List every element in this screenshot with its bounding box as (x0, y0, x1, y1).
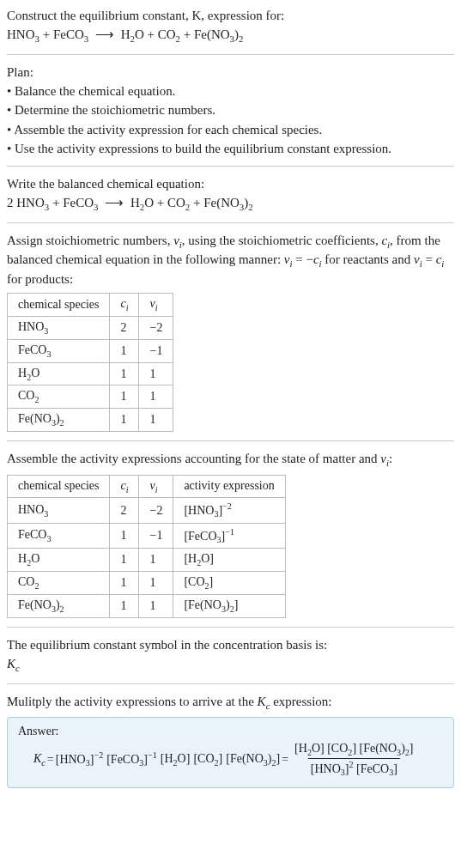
balanced-equation: 2 HNO3 + FeCO3 ⟶ H2O + CO2 + Fe(NO3)2 (7, 194, 454, 214)
col-activity: activity expression (173, 475, 285, 498)
table-row: HNO3 2 −2 [HNO3]−2 (8, 498, 286, 523)
symbol-text: The equilibrium constant symbol in the c… (7, 636, 454, 653)
col-nu: νi (139, 294, 173, 317)
answer-box: Answer: Kc = [HNO3]−2 [FeCO3]−1 [H2O] [C… (7, 717, 454, 788)
col-species: chemical species (8, 294, 110, 317)
kc-symbol: Kc (7, 655, 454, 675)
table-row: FeCO3 1 −1 (8, 339, 173, 362)
multiply-text: Mulitply the activity expressions to arr… (7, 693, 454, 713)
table-header-row: chemical species ci νi activity expressi… (8, 475, 286, 498)
fraction: [H2O] [CO2] [Fe(NO3)2] [HNO3]2 [FeCO3] (292, 742, 416, 777)
table-row: H2O 1 1 (8, 362, 173, 385)
plan-bullet: • Assemble the activity expression for e… (7, 121, 454, 138)
divider (7, 627, 454, 628)
intro-section: Construct the equilibrium constant, K, e… (7, 7, 454, 46)
divider (7, 166, 454, 167)
col-nu: νi (139, 475, 173, 498)
assign-text: Assign stoichiometric numbers, νi, using… (7, 232, 454, 288)
table-header-row: chemical species ci νi (8, 294, 173, 317)
col-c: ci (110, 475, 139, 498)
table-row: CO2 1 1 [CO2] (8, 572, 286, 595)
intro-line1: Construct the equilibrium constant, K, e… (7, 9, 284, 22)
table-row: H2O 1 1 [H2O] (8, 549, 286, 572)
arrow-icon: ⟶ (101, 196, 127, 209)
divider (7, 683, 454, 684)
multiply-section: Mulitply the activity expressions to arr… (7, 693, 454, 789)
arrow-icon: ⟶ (92, 27, 118, 41)
answer-label: Answer: (18, 725, 443, 738)
assign-section: Assign stoichiometric numbers, νi, using… (7, 232, 454, 432)
table-row: CO2 1 1 (8, 385, 173, 409)
divider (7, 440, 454, 441)
activity-table: chemical species ci νi activity expressi… (7, 475, 286, 618)
balanced-section: Write the balanced chemical equation: 2 … (7, 175, 454, 214)
assemble-section: Assemble the activity expressions accoun… (7, 450, 454, 618)
table-row: HNO3 2 −2 (8, 317, 173, 340)
plan-section: Plan: • Balance the chemical equation. •… (7, 64, 454, 157)
answer-equation: Kc = [HNO3]−2 [FeCO3]−1 [H2O] [CO2] [Fe(… (18, 742, 443, 777)
plan-bullet: • Use the activity expressions to build … (7, 140, 454, 157)
intro-text: Construct the equilibrium constant, K, e… (7, 7, 454, 24)
plan-bullet: • Balance the chemical equation. (7, 82, 454, 100)
plan-heading: Plan: (7, 64, 454, 81)
fraction-numerator: [H2O] [CO2] [Fe(NO3)2] (292, 742, 416, 758)
assemble-text: Assemble the activity expressions accoun… (7, 450, 454, 470)
col-species: chemical species (8, 475, 110, 498)
intro-equation: HNO3 + FeCO3 ⟶ H2O + CO2 + Fe(NO3)2 (7, 26, 454, 46)
balanced-heading: Write the balanced chemical equation: (7, 175, 454, 192)
plan-bullet: • Determine the stoichiometric numbers. (7, 101, 454, 118)
divider (7, 54, 454, 55)
table-row: FeCO3 1 −1 [FeCO3]−1 (8, 523, 286, 548)
table-row: Fe(NO3)2 1 1 (8, 409, 173, 432)
stoich-table: chemical species ci νi HNO3 2 −2 FeCO3 1… (7, 293, 173, 432)
table-row: Fe(NO3)2 1 1 [Fe(NO3)2] (8, 594, 286, 617)
col-c: ci (110, 294, 139, 317)
divider (7, 222, 454, 223)
fraction-denominator: [HNO3]2 [FeCO3] (308, 758, 400, 777)
symbol-section: The equilibrium constant symbol in the c… (7, 636, 454, 675)
